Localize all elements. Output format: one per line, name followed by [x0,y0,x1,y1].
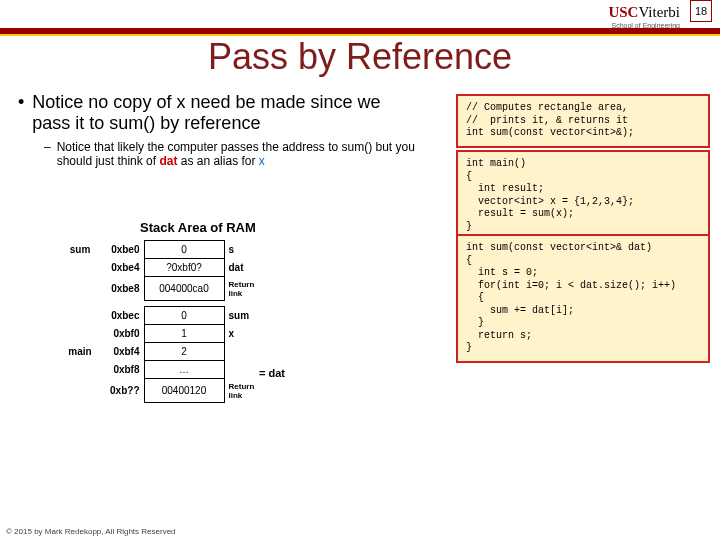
variable-cell: Return link [224,277,266,301]
frame-label: main [60,343,100,361]
address-cell: 0xbe0 [100,241,144,259]
table-row: 0xbe4?0xbf0?dat [60,259,266,277]
bullet-1: • Notice no copy of x need be made since… [18,92,418,134]
bullet-marker: • [18,92,24,134]
address-cell: 0xb?? [100,379,144,403]
code-box-3: int sum(const vector<int>& dat) { int s … [456,234,710,363]
logo: USCViterbi School of Engineering [608,4,680,29]
frame-label [60,277,100,301]
code-box-1: // Computes rectangle area, // prints it… [456,94,710,148]
value-cell: … [144,361,224,379]
equals-dat-label: = dat [255,365,289,381]
bullet-list: • Notice no copy of x need be made since… [18,92,418,168]
table-row: 0xb??00400120Return link [60,379,266,403]
variable-cell: x [224,325,266,343]
value-cell: 004000ca0 [144,277,224,301]
address-cell: 0xbf4 [100,343,144,361]
frame-label [60,307,100,325]
stack-title: Stack Area of RAM [140,220,256,235]
address-cell: 0xbec [100,307,144,325]
variable-cell [224,343,266,361]
value-cell: 0 [144,241,224,259]
value-cell: 2 [144,343,224,361]
table-row: main0xbf42 [60,343,266,361]
frame-label [60,259,100,277]
bullet-1-text: Notice no copy of x need be made since w… [32,92,418,134]
bullet-2: – Notice that likely the computer passes… [44,140,418,168]
table-row: 0xbe8004000ca0Return link [60,277,266,301]
frame-label [60,361,100,379]
variable-cell: s [224,241,266,259]
value-cell: ?0xbf0? [144,259,224,277]
slide-title: Pass by Reference [0,36,720,78]
frame-label [60,379,100,403]
address-cell: 0xbe8 [100,277,144,301]
address-cell: 0xbe4 [100,259,144,277]
table-row: 0xbf01x [60,325,266,343]
logo-usc: USC [608,4,638,20]
stack-table: sum0xbe00s0xbe4?0xbf0?dat0xbe8004000ca0R… [60,240,266,403]
value-cell: 1 [144,325,224,343]
variable-cell: sum [224,307,266,325]
frame-label: sum [60,241,100,259]
top-bar: 18 USCViterbi School of Engineering [0,0,720,28]
table-row: sum0xbe00s [60,241,266,259]
address-cell: 0xbf8 [100,361,144,379]
page-number: 18 [695,5,707,17]
bullet-2-dat: dat [159,154,177,168]
bullet-2-x: x [259,154,265,168]
dash-marker: – [44,140,51,168]
table-row: 0xbf8… [60,361,266,379]
value-cell: 00400120 [144,379,224,403]
bullet-2-text: Notice that likely the computer passes t… [57,140,418,168]
value-cell: 0 [144,307,224,325]
frame-label [60,325,100,343]
bullet-2-mid: as an alias for [177,154,258,168]
variable-cell: dat [224,259,266,277]
code-box-2: int main() { int result; vector<int> x =… [456,150,710,241]
address-cell: 0xbf0 [100,325,144,343]
variable-cell: Return link [224,379,266,403]
copyright: © 2015 by Mark Redekopp, All Rights Rese… [6,527,176,536]
page-number-box: 18 [690,0,712,22]
table-row: 0xbec0sum [60,307,266,325]
logo-viterbi: Viterbi [638,4,680,20]
